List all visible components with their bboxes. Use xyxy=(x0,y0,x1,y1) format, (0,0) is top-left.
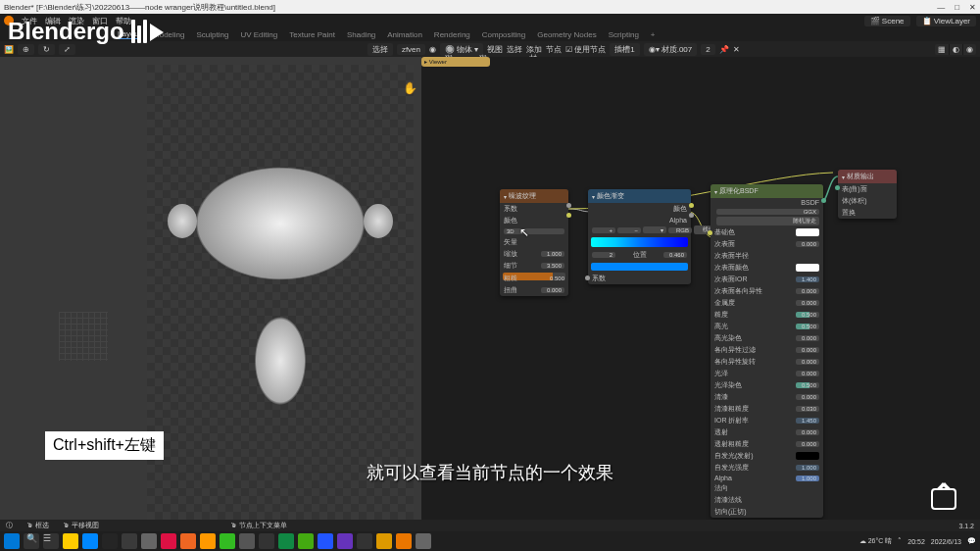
taskview-icon[interactable]: ☰ xyxy=(43,533,59,549)
tab-scripting[interactable]: Scripting xyxy=(609,30,639,39)
use-nodes-checkbox[interactable]: ☑ 使用节点 xyxy=(565,44,606,55)
pin-icon[interactable]: 📌 xyxy=(719,45,729,54)
app-icon[interactable] xyxy=(376,533,392,549)
node-principled-bsdf[interactable]: ▾原理化BSDF BSDF GGX 随机游走 基础色 次表面0.000 次表面半… xyxy=(710,184,823,518)
tray-chevron-icon[interactable]: ˄ xyxy=(898,537,902,545)
app-icon[interactable] xyxy=(239,533,255,549)
app-icon[interactable] xyxy=(337,533,353,549)
app-icon[interactable] xyxy=(122,533,137,549)
color-stop-swatch[interactable] xyxy=(591,263,688,271)
app-icon[interactable] xyxy=(102,533,118,549)
color-ramp-gradient[interactable] xyxy=(591,237,688,247)
tab-texture[interactable]: Texture Paint xyxy=(289,30,335,39)
app-icon[interactable] xyxy=(318,533,333,549)
watermark-logo: Blendergo xyxy=(8,18,164,45)
node-noise-texture[interactable]: ▾噪波纹理 系数 颜色 3D 矢量 缩放1.000 细节3.500 粗糙0.50… xyxy=(500,189,568,296)
windows-taskbar: 🔍 ☰ ☁ 26°C 晴 ˄ 20:52 2022/6/13 💬 xyxy=(0,531,980,551)
slot-selector[interactable]: 插槽1 xyxy=(610,43,639,56)
maximize-button[interactable]: □ xyxy=(955,3,959,12)
weather-widget[interactable]: ☁ 26°C 晴 xyxy=(859,536,893,546)
window-title: Blender* [F:\Blender\练习\20220613——node w… xyxy=(4,2,275,13)
tab-shading[interactable]: Shading xyxy=(347,30,375,39)
tab-animation[interactable]: Animation xyxy=(387,30,422,39)
subtitle-text: 就可以查看当前节点的一个效果 xyxy=(367,461,613,484)
editor-type-icon[interactable]: 🖼️ xyxy=(4,45,14,54)
mode-selector[interactable]: 选择 xyxy=(368,43,393,56)
app-icon[interactable] xyxy=(180,533,196,549)
bilibili-logo-icon xyxy=(130,20,164,43)
close-button[interactable]: ✕ xyxy=(969,3,976,12)
gizmo-icon[interactable]: ⊕ xyxy=(18,44,34,55)
node-title: 材质输出 xyxy=(847,172,874,181)
app-icon[interactable] xyxy=(357,533,372,549)
scene-selector[interactable]: 🎬 Scene xyxy=(864,16,910,26)
material-count: 2 xyxy=(701,44,714,55)
blender-app-icon[interactable] xyxy=(396,533,412,549)
overlay-toggles[interactable]: ▦◐◉ xyxy=(935,44,976,55)
node-title: 噪波纹理 xyxy=(509,191,536,201)
tab-add[interactable]: + xyxy=(651,30,656,39)
gizmo-icon2[interactable]: ↻ xyxy=(38,44,55,55)
app-icon[interactable] xyxy=(200,533,216,549)
pan-cursor-icon: ✋ xyxy=(403,81,417,95)
gizmo-icon3[interactable]: ⤢ xyxy=(59,44,75,55)
app-icon[interactable] xyxy=(82,533,98,549)
shader-node-editor[interactable]: ▾噪波纹理 系数 颜色 3D 矢量 缩放1.000 细节3.500 粗糙0.50… xyxy=(421,57,980,527)
node-material-output[interactable]: ▾材质输出 表(曲)面 体(体积) 置换 xyxy=(838,170,897,219)
notification-icon[interactable]: 💬 xyxy=(967,537,976,545)
blender-version: 3.1.2 xyxy=(958,523,974,529)
start-button[interactable] xyxy=(4,533,20,549)
app-icon[interactable] xyxy=(63,533,78,549)
status-bar: ⓘ 🖱 框选 🖱 平移视图 🖱 节点上下文菜单 3.1.2 xyxy=(0,520,980,531)
app-icon[interactable] xyxy=(259,533,274,549)
viewlayer-selector[interactable]: 📋 ViewLayer xyxy=(916,16,976,26)
app-icon[interactable] xyxy=(141,533,157,549)
tab-geo-nodes[interactable]: Geometry Nodes xyxy=(537,30,596,39)
shortcut-overlay: Ctrl+shift+左键 xyxy=(45,431,164,460)
viewport-grid-widget xyxy=(59,312,108,361)
node-title: 颜色渐变 xyxy=(597,191,624,201)
material-selector[interactable]: ◉▾ 材质.007 xyxy=(644,43,698,56)
tab-uv[interactable]: UV Editing xyxy=(240,30,277,39)
app-icon[interactable] xyxy=(278,533,294,549)
shader-editor-icon[interactable]: ◉ xyxy=(429,45,436,54)
bilibili-tv-icon xyxy=(931,488,956,510)
tab-compositing[interactable]: Compositing xyxy=(482,30,525,39)
image-selector[interactable]: zfven xyxy=(397,44,425,55)
close-slot-icon[interactable]: ✕ xyxy=(733,45,740,54)
tab-sculpting[interactable]: Sculpting xyxy=(197,30,229,39)
menu-select[interactable]: 选择 xyxy=(507,44,522,55)
app-icon[interactable] xyxy=(416,533,431,549)
app-icon[interactable] xyxy=(161,533,176,549)
node-viewer[interactable]: ▸ Viewer xyxy=(421,57,490,67)
search-icon[interactable]: 🔍 xyxy=(24,533,39,549)
tray-time[interactable]: 20:52 xyxy=(907,538,925,545)
app-icon[interactable] xyxy=(220,533,235,549)
node-color-ramp[interactable]: ▾颜色渐变 颜色 Alpha +−▾RGB线性 2位置0.460 系数 xyxy=(588,189,691,284)
app-icon[interactable] xyxy=(298,533,314,549)
mouse-cursor-icon: ↖ xyxy=(519,225,529,239)
status-icon: ⓘ xyxy=(6,521,13,530)
minimize-button[interactable]: — xyxy=(937,3,945,12)
tray-date[interactable]: 2022/6/13 xyxy=(931,538,961,545)
window-titlebar: Blender* [F:\Blender\练习\20220613——node w… xyxy=(0,0,980,14)
render-preview xyxy=(172,155,388,429)
node-title: 原理化BSDF xyxy=(719,186,759,196)
tab-rendering[interactable]: Rendering xyxy=(434,30,470,39)
